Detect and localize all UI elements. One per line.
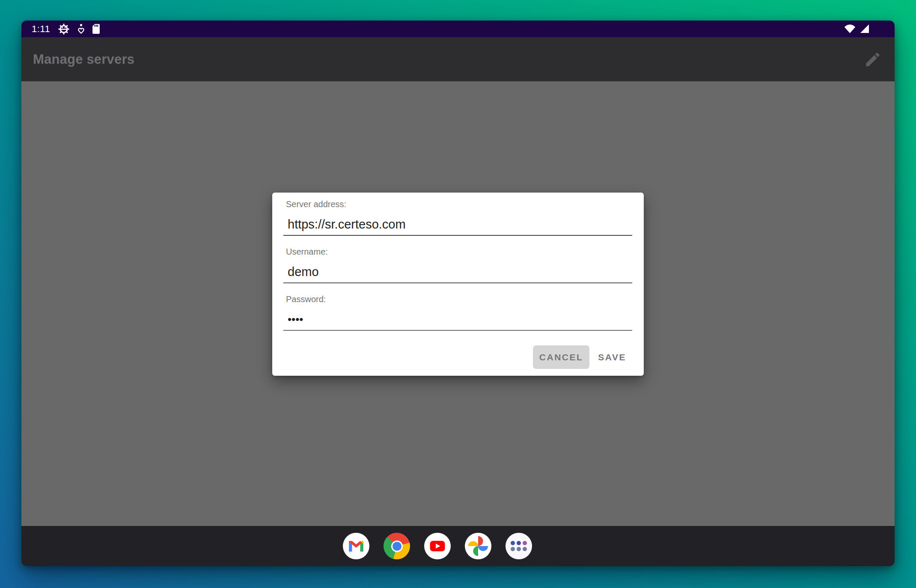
password-input[interactable]: •••• bbox=[283, 304, 632, 331]
google-photos-icon[interactable] bbox=[465, 533, 491, 559]
app-bar: Manage servers bbox=[21, 37, 895, 81]
edit-pencil-icon[interactable] bbox=[864, 50, 882, 68]
username-field: Username: demo bbox=[283, 247, 632, 283]
username-label: Username: bbox=[283, 247, 632, 257]
wifi-icon bbox=[844, 24, 856, 33]
dock-icon-row bbox=[343, 533, 532, 559]
server-address-field: Server address: https://sr.certeso.com bbox=[283, 199, 632, 236]
youtube-icon[interactable] bbox=[424, 533, 451, 559]
sdcard-icon bbox=[92, 24, 100, 34]
app-drawer-icon[interactable] bbox=[506, 533, 532, 559]
save-button[interactable]: SAVE bbox=[597, 345, 627, 369]
status-time: 1:11 bbox=[32, 21, 50, 37]
gmail-icon[interactable] bbox=[343, 533, 369, 559]
server-settings-dialog: Server address: https://sr.certeso.com U… bbox=[272, 193, 644, 376]
username-input[interactable]: demo bbox=[283, 257, 632, 283]
wellbeing-heart-icon bbox=[77, 24, 85, 35]
android-system-icon bbox=[58, 23, 70, 35]
app-window: 1:11 bbox=[21, 21, 895, 566]
server-address-input[interactable]: https://sr.certeso.com bbox=[283, 209, 632, 236]
page-title: Manage servers bbox=[33, 52, 134, 67]
dialog-button-row: CANCEL SAVE bbox=[272, 345, 627, 369]
cancel-button[interactable]: CANCEL bbox=[533, 345, 590, 369]
chrome-hub-circle bbox=[391, 540, 403, 552]
taskbar-dock bbox=[21, 526, 895, 566]
server-address-label: Server address: bbox=[283, 199, 632, 209]
chrome-icon[interactable] bbox=[384, 533, 410, 559]
status-bar: 1:11 bbox=[21, 21, 895, 37]
status-bar-right bbox=[844, 24, 870, 33]
password-field: Password: •••• bbox=[283, 294, 632, 331]
password-label: Password: bbox=[283, 294, 632, 304]
cellular-signal-icon bbox=[859, 24, 870, 33]
